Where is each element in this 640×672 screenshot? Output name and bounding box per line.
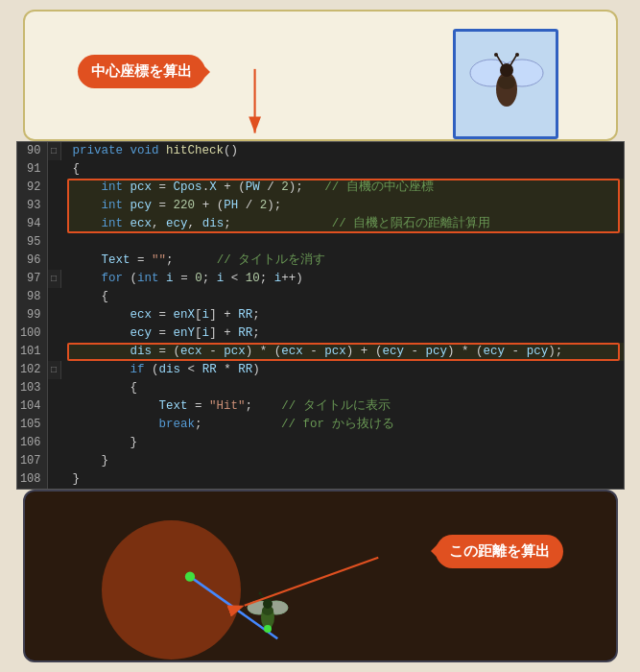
svg-point-3 [498,76,515,89]
svg-line-19 [271,594,274,600]
code-line-101: 101 dis = (ecx - pcx) * (ecx - pcx) + (e… [17,343,624,361]
line-content-91: { [67,160,624,179]
code-line-91: 91 { [17,160,624,179]
line-content-104: Text = "Hit"; // タイトルに表示 [67,397,624,416]
code-line-103: 103 { [17,379,624,397]
game-window-top [453,29,558,139]
line-num-97: 97 [17,270,48,288]
code-panel: 90 □ private void hitCheck() 91 { 92 int… [16,141,625,490]
code-line-100: 100 ecy = enY[i] + RR; [17,324,624,343]
code-line-102: 102 □ if (dis < RR * RR) [17,361,624,379]
code-line-93: 93 int pcy = 220 + (PH / 2); [17,197,624,215]
line-num-93: 93 [17,197,48,215]
bottom-panel-inner: この距離を算出 [25,492,616,660]
fold-97: □ [48,270,61,288]
code-line-104: 104 Text = "Hit"; // タイトルに表示 [17,397,624,416]
svg-point-17 [263,599,273,609]
line-content-101: dis = (ecx - pcx) * (ecx - pcx) + (ecy -… [67,343,624,361]
line-num-105: 105 [17,416,48,434]
line-content-98: { [67,288,624,306]
code-line-98: 98 { [17,288,624,306]
line-content-92: int pcx = Cpos.X + (PW / 2); // 自機の中心座標 [67,179,624,197]
line-num-92: 92 [17,179,48,197]
distance-visualization [25,492,616,660]
line-num-96: 96 [17,252,48,270]
fold-102: □ [48,361,61,379]
svg-point-4 [500,63,513,77]
code-wrapper: 90 □ private void hitCheck() 91 { 92 int… [17,142,624,489]
line-num-90: 90 [17,142,48,160]
svg-point-7 [494,53,498,57]
code-line-94: 94 int ecx, ecy, dis; // 自機と隕石の距離計算用 [17,215,624,233]
line-num-101: 101 [17,343,48,361]
line-num-95: 95 [17,233,48,252]
code-line-96: 96 Text = ""; // タイトルを消す [17,252,624,270]
line-num-98: 98 [17,288,48,306]
line-content-106: } [67,434,624,452]
line-content-108: } [67,470,624,489]
line-content-97: for (int i = 0; i < 10; i++) [67,270,624,288]
line-num-91: 91 [17,160,48,179]
line-num-99: 99 [17,306,48,324]
svg-line-18 [261,594,265,600]
line-content-99: ecx = enX[i] + RR; [67,306,624,324]
highlight-block-101: 101 dis = (ecx - pcx) * (ecx - pcx) + (e… [17,343,624,361]
enemy-sprite [246,587,289,639]
code-line-92: 92 int pcx = Cpos.X + (PW / 2); // 自機の中心… [17,179,624,197]
code-line-95: 95 [17,233,624,252]
code-line-105: 105 break; // for から抜ける [17,416,624,434]
highlight-block-92-94: 92 int pcx = Cpos.X + (PW / 2); // 自機の中心… [17,179,624,233]
enemy-bee-sprite [246,587,289,639]
code-line-106: 106 } [17,434,624,452]
line-content-96: Text = ""; // タイトルを消す [67,252,624,270]
code-line-107: 107 } [17,452,624,470]
top-callout: 中心座標を算出 [78,55,205,88]
svg-point-21 [273,592,276,595]
fold-90: □ [48,142,61,160]
line-content-100: ecy = enY[i] + RR; [67,324,624,343]
line-content-105: break; // for から抜ける [67,416,624,434]
line-content-95 [67,233,624,252]
bottom-panel: この距離を算出 [23,490,618,662]
line-content-93: int pcy = 220 + (PH / 2); [67,197,624,215]
line-num-108: 108 [17,470,48,489]
svg-point-8 [515,53,519,57]
line-num-107: 107 [17,452,48,470]
svg-point-20 [258,592,261,595]
line-content-103: { [67,379,624,397]
line-num-104: 104 [17,397,48,416]
code-line-99: 99 ecx = enX[i] + RR; [17,306,624,324]
code-line-90: 90 □ private void hitCheck() [17,142,624,160]
line-num-94: 94 [17,215,48,233]
code-line-108: 108 } [17,470,624,489]
line-num-102: 102 [17,361,48,379]
line-content-94: int ecx, ecy, dis; // 自機と隕石の距離計算用 [67,215,624,233]
line-content-107: } [67,452,624,470]
line-num-100: 100 [17,324,48,343]
line-num-106: 106 [17,434,48,452]
svg-point-12 [184,571,194,581]
code-line-97: 97 □ for (int i = 0; i < 10; i++) [17,270,624,288]
bee-sprite [462,36,549,132]
top-panel: 中心座標を算出 [23,10,618,141]
line-content-102: if (dis < RR * RR) [67,361,624,379]
bottom-callout: この距離を算出 [436,535,563,568]
line-content-90: private void hitCheck() [67,142,624,160]
line-num-103: 103 [17,379,48,397]
svg-point-22 [264,625,272,633]
